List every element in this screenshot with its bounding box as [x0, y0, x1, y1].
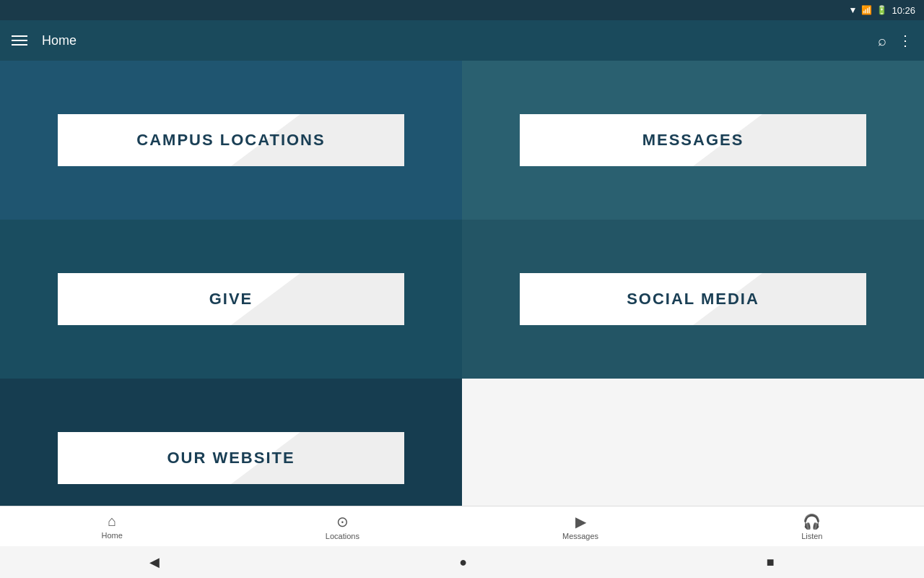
social-media-label: SOCIAL MEDIA — [627, 290, 759, 309]
listen-nav-icon: 🎧 — [803, 513, 821, 530]
social-media-button[interactable]: SOCIAL MEDIA — [520, 273, 866, 325]
nav-listen[interactable]: 🎧 Listen — [787, 510, 837, 543]
status-time: 10:26 — [892, 5, 915, 16]
app-title: Home — [42, 33, 878, 48]
nav-locations[interactable]: ⊙ Locations — [311, 510, 374, 543]
our-website-label: OUR WEBSITE — [167, 449, 295, 467]
recent-button[interactable]: ■ — [767, 555, 775, 570]
messages-nav-icon: ▶ — [575, 513, 586, 530]
system-nav: ◀ ● ■ — [0, 546, 924, 578]
search-button[interactable]: ⌕ — [878, 33, 886, 49]
home-nav-label: Home — [102, 531, 123, 540]
give-label: GIVE — [209, 290, 253, 309]
campus-locations-label: CAMPUS LOCATIONS — [136, 131, 325, 150]
social-media-cell: SOCIAL MEDIA — [462, 220, 924, 379]
give-cell: GIVE — [0, 220, 462, 379]
campus-locations-cell: CAMPUS LOCATIONS — [0, 61, 462, 220]
home-button[interactable]: ● — [459, 555, 467, 570]
signal-icon: 📶 — [861, 5, 872, 15]
main-content: CAMPUS LOCATIONS MESSAGES GIVE SOCIAL ME… — [0, 61, 924, 538]
home-nav-icon: ⌂ — [108, 513, 116, 530]
nav-messages[interactable]: ▶ Messages — [548, 510, 613, 543]
give-button[interactable]: GIVE — [58, 273, 404, 325]
bottom-area: ⌂ Home ⊙ Locations ▶ Messages 🎧 Listen ◀… — [0, 506, 924, 578]
bottom-nav: ⌂ Home ⊙ Locations ▶ Messages 🎧 Listen — [0, 506, 924, 546]
locations-nav-label: Locations — [326, 532, 359, 540]
status-bar: ▼ 📶 🔋 10:26 — [0, 0, 924, 20]
locations-nav-icon: ⊙ — [336, 513, 349, 530]
messages-label: MESSAGES — [642, 131, 744, 150]
messages-cell: MESSAGES — [462, 61, 924, 220]
wifi-icon: ▼ — [849, 5, 858, 15]
back-button[interactable]: ◀ — [149, 554, 160, 570]
campus-locations-button[interactable]: CAMPUS LOCATIONS — [58, 114, 404, 166]
nav-home[interactable]: ⌂ Home — [87, 510, 137, 543]
more-button[interactable]: ⋮ — [898, 32, 912, 49]
app-bar-actions: ⌕ ⋮ — [878, 32, 912, 49]
messages-nav-label: Messages — [562, 532, 598, 540]
hamburger-button[interactable] — [12, 35, 27, 46]
our-website-button[interactable]: OUR WEBSITE — [58, 432, 404, 484]
messages-button[interactable]: MESSAGES — [520, 114, 866, 166]
status-icons: ▼ 📶 🔋 10:26 — [849, 5, 915, 16]
listen-nav-label: Listen — [801, 532, 822, 540]
app-bar: Home ⌕ ⋮ — [0, 20, 924, 61]
battery-icon: 🔋 — [876, 5, 887, 15]
